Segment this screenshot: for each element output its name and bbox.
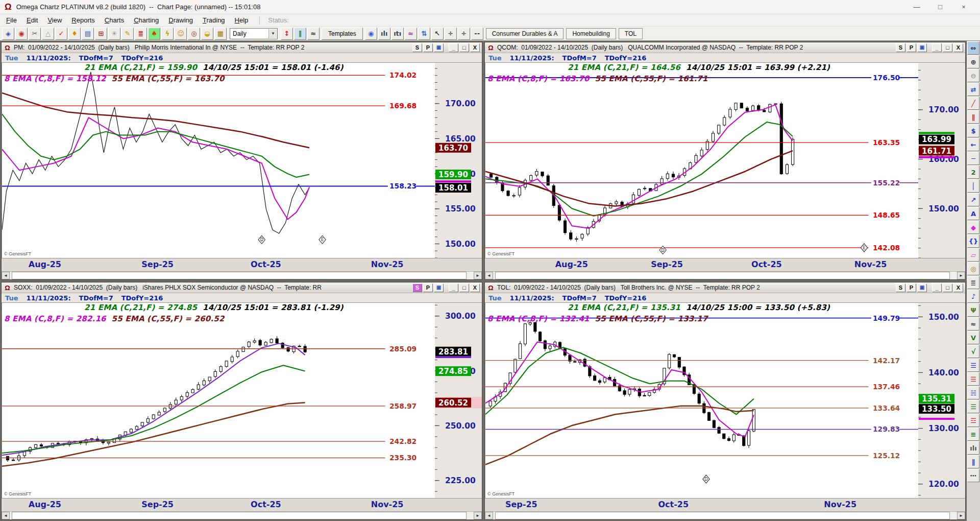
vertical-line-icon[interactable]: │ <box>967 179 979 193</box>
menu-edit[interactable]: Edit <box>27 16 38 24</box>
scroll-thumb[interactable] <box>495 272 950 279</box>
scroll-right-button[interactable]: ► <box>474 272 482 279</box>
price-label-icon[interactable]: $ <box>967 124 979 137</box>
window-minimize-button[interactable]: — <box>905 3 928 11</box>
popout-button[interactable]: ▣ <box>917 283 927 292</box>
price-axis-column[interactable]: 150.00160.00170.00163.99161.71 <box>918 62 965 258</box>
popout-button[interactable]: ▣ <box>917 43 927 52</box>
scale-button[interactable]: S <box>412 283 422 292</box>
panel-titlebar[interactable]: ΩQCOM: 01/09/2022 - 14/10/2025 (Daily ba… <box>485 42 965 53</box>
print-button[interactable]: P <box>906 43 916 52</box>
panel-close-button[interactable]: X <box>953 43 963 52</box>
scroll-right-button[interactable]: ► <box>474 512 482 519</box>
chart-plot-area[interactable]: 176.50163.35155.22148.65142.08DE21 EMA (… <box>485 62 918 258</box>
alarm-icon[interactable]: ♦ <box>68 28 81 40</box>
price-axis[interactable]: 150.00155.00160.00165.00170.00163.70159.… <box>435 63 482 258</box>
scroll-track[interactable] <box>10 512 474 519</box>
band-blue-icon[interactable]: ☰ <box>967 359 979 372</box>
quote-board-icon[interactable]: ▤ <box>82 28 94 40</box>
text-tool-icon[interactable]: A <box>967 207 979 220</box>
note-icon[interactable]: ♪ <box>967 290 979 303</box>
panel-maximize-button[interactable]: □ <box>943 283 952 292</box>
popout-button[interactable]: ▣ <box>434 283 444 292</box>
interval-dropdown[interactable]: Daily▼ <box>230 28 278 39</box>
price-axis[interactable]: 150.00160.00170.00163.99161.71 <box>918 63 965 258</box>
price-chart[interactable]: 176.50163.35155.22148.65142.08DE <box>485 63 918 258</box>
scroll-right-button[interactable]: ► <box>957 272 965 279</box>
scroll-left-button[interactable]: ◄ <box>2 272 10 279</box>
scroll-left-button[interactable]: ◄ <box>2 512 10 519</box>
wave-icon[interactable]: ≈ <box>405 28 417 40</box>
trendline-icon[interactable]: ╱ <box>967 97 979 110</box>
compass-icon[interactable]: ◎ <box>188 28 200 40</box>
gears-icon[interactable]: ✳ <box>108 28 120 40</box>
band-green-icon[interactable]: ☰ <box>967 400 979 413</box>
chart-plot-area[interactable]: 285.09258.97242.82235.3021 EMA (C,21,F) … <box>2 302 435 499</box>
histo-study-icon[interactable]: ılı <box>967 441 979 455</box>
band-red2-icon[interactable]: ☲ <box>967 414 979 427</box>
pointer-icon[interactable]: ↖ <box>431 28 444 40</box>
menu-help[interactable]: Help <box>235 16 249 24</box>
chart-scrollbar[interactable]: ◄► <box>2 271 482 279</box>
menu-trading[interactable]: Trading <box>203 16 225 24</box>
smiley-icon[interactable]: ☺ <box>175 28 187 40</box>
scroll-track[interactable] <box>493 272 957 279</box>
panel-titlebar[interactable]: ΩPM: 01/09/2022 - 14/10/2025 (Daily bars… <box>2 42 482 53</box>
chevron-down-icon[interactable]: ▼ <box>268 29 277 38</box>
scale-button[interactable]: S <box>412 43 422 52</box>
scroll-thumb[interactable] <box>495 512 950 519</box>
hatch-icon[interactable]: ∥ <box>967 455 979 468</box>
more-icon[interactable]: ⋯ <box>967 469 979 482</box>
scroll-right-button[interactable]: ► <box>957 512 965 519</box>
scroll-left-button[interactable]: ◄ <box>485 272 493 279</box>
extend-left-icon[interactable]: ← <box>967 138 979 151</box>
price-axis[interactable]: 120.00130.00140.00150.00135.31133.50 <box>918 303 965 498</box>
traffic-signal-icon[interactable]: ♠ <box>148 28 160 40</box>
panel-close-button[interactable]: X <box>953 283 963 292</box>
sector-button-0[interactable]: Consumer Durables & A <box>486 28 564 39</box>
dash-icon[interactable]: -- <box>471 28 483 40</box>
updown-bars-icon[interactable]: ↕ <box>281 28 293 40</box>
price-axis-column[interactable]: 120.00130.00140.00150.00135.31133.50 <box>918 302 965 499</box>
sphere-icon[interactable]: ◉ <box>365 28 377 40</box>
price-chart[interactable]: 285.09258.97242.82235.30 <box>2 303 435 498</box>
multi-trendline-icon[interactable]: ∥ <box>967 110 979 124</box>
menu-view[interactable]: View <box>47 16 62 24</box>
regression-icon[interactable]: ≣ <box>967 276 979 289</box>
panel-minimize-button[interactable]: _ <box>449 283 458 292</box>
check-icon[interactable]: ✓ <box>55 28 67 40</box>
scroll-track[interactable] <box>10 272 474 279</box>
candlestick-icon[interactable]: ‖ <box>294 28 306 40</box>
panel-titlebar[interactable]: ΩSOXX: 01/09/2022 - 14/10/2025 (Daily ba… <box>2 282 482 293</box>
panel-close-button[interactable]: X <box>470 43 480 52</box>
scroll-track[interactable] <box>493 512 957 519</box>
menu-charts[interactable]: Charts <box>105 16 124 24</box>
histogram-a-icon[interactable]: ılı <box>378 28 390 40</box>
panel-minimize-button[interactable]: _ <box>932 283 942 292</box>
flip-chart-icon[interactable]: ⇄ <box>967 83 979 96</box>
crosshair-a-icon[interactable]: ÷ <box>445 28 457 40</box>
print-button[interactable]: P <box>423 43 433 52</box>
histogram-b-icon[interactable]: ıtı <box>391 28 404 40</box>
popout-button[interactable]: ▣ <box>434 43 444 52</box>
lightning-icon[interactable]: ϟ <box>161 28 174 40</box>
price-axis-column[interactable]: 225.00250.00275.00300.00283.81274.85260.… <box>435 302 482 499</box>
polygon-icon[interactable]: ▱ <box>967 248 979 262</box>
panel-titlebar[interactable]: ΩTOL: 01/09/2022 - 14/10/2025 (Daily bar… <box>485 282 965 293</box>
bell-icon[interactable]: ◒ <box>201 28 213 40</box>
templates-button[interactable]: Templates <box>322 28 363 40</box>
window-close-button[interactable]: × <box>952 3 975 11</box>
flask-icon[interactable]: △ <box>42 28 54 40</box>
scroll-thumb[interactable] <box>12 512 467 519</box>
chart-page-icon[interactable]: ◈ <box>2 28 14 40</box>
chart-plot-area[interactable]: 174.02169.68158.23DE21 EMA (C,21,F) = 15… <box>2 62 435 258</box>
sector-button-1[interactable]: Homebuilding <box>566 28 616 39</box>
panel-maximize-button[interactable]: □ <box>459 283 469 292</box>
sector-button-2[interactable]: TOL <box>619 28 643 39</box>
pitchfork-icon[interactable]: Ψ <box>967 303 979 317</box>
menu-charting[interactable]: Charting <box>134 16 159 24</box>
scroll-left-button[interactable]: ◄ <box>485 512 493 519</box>
spiral-icon[interactable]: ◎ <box>967 262 979 275</box>
fib-2-icon[interactable]: 2 <box>967 165 979 179</box>
chart-plot-area[interactable]: 149.79142.17137.46133.64129.83125.12D21 … <box>485 302 918 499</box>
